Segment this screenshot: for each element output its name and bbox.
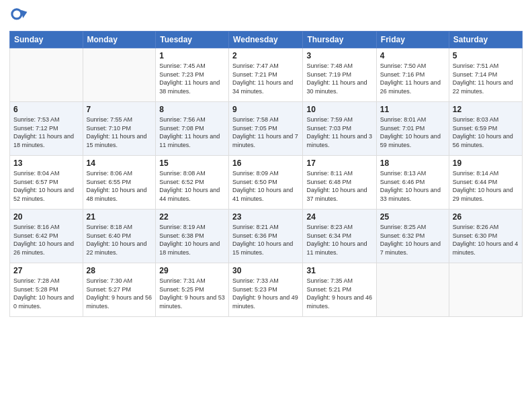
calendar-cell: 29Sunrise: 7:31 AM Sunset: 5:25 PM Dayli… <box>156 263 229 317</box>
calendar-cell: 30Sunrise: 7:33 AM Sunset: 5:23 PM Dayli… <box>229 263 303 317</box>
calendar-cell: 19Sunrise: 8:14 AM Sunset: 6:44 PM Dayli… <box>449 156 522 210</box>
day-number: 26 <box>453 212 519 222</box>
day-number: 24 <box>306 212 372 222</box>
day-number: 10 <box>306 105 372 114</box>
day-info: Sunrise: 8:14 AM Sunset: 6:44 PM Dayligh… <box>453 169 519 203</box>
calendar-table: SundayMondayTuesdayWednesdayThursdayFrid… <box>9 31 523 317</box>
day-info: Sunrise: 7:35 AM Sunset: 5:21 PM Dayligh… <box>306 277 372 310</box>
calendar-cell: 13Sunrise: 8:04 AM Sunset: 6:57 PM Dayli… <box>10 156 83 210</box>
day-number: 29 <box>159 266 225 275</box>
day-number: 1 <box>159 51 225 60</box>
day-info: Sunrise: 8:04 AM Sunset: 6:57 PM Dayligh… <box>13 169 79 203</box>
day-number: 23 <box>232 212 299 222</box>
day-number: 7 <box>87 105 152 114</box>
calendar-cell: 17Sunrise: 8:11 AM Sunset: 6:48 PM Dayli… <box>303 156 376 210</box>
calendar-header-sunday: Sunday <box>10 32 83 48</box>
day-info: Sunrise: 8:09 AM Sunset: 6:50 PM Dayligh… <box>232 169 299 203</box>
calendar-week-row: 1Sunrise: 7:45 AM Sunset: 7:23 PM Daylig… <box>10 48 523 102</box>
calendar-cell: 6Sunrise: 7:53 AM Sunset: 7:12 PM Daylig… <box>10 102 83 156</box>
calendar-header-saturday: Saturday <box>449 32 522 48</box>
main-container: SundayMondayTuesdayWednesdayThursdayFrid… <box>0 0 532 324</box>
day-info: Sunrise: 8:21 AM Sunset: 6:36 PM Dayligh… <box>232 223 299 257</box>
day-info: Sunrise: 8:23 AM Sunset: 6:34 PM Dayligh… <box>306 223 372 257</box>
calendar-cell: 9Sunrise: 7:58 AM Sunset: 7:05 PM Daylig… <box>229 102 303 156</box>
calendar-cell: 25Sunrise: 8:25 AM Sunset: 6:32 PM Dayli… <box>376 210 449 263</box>
day-number: 5 <box>453 51 519 60</box>
calendar-header-thursday: Thursday <box>303 32 376 48</box>
day-info: Sunrise: 7:28 AM Sunset: 5:28 PM Dayligh… <box>13 277 79 310</box>
day-info: Sunrise: 7:51 AM Sunset: 7:14 PM Dayligh… <box>453 62 519 95</box>
day-info: Sunrise: 8:26 AM Sunset: 6:30 PM Dayligh… <box>453 223 519 257</box>
day-number: 31 <box>306 266 372 275</box>
day-info: Sunrise: 8:19 AM Sunset: 6:38 PM Dayligh… <box>159 223 225 257</box>
calendar-header-wednesday: Wednesday <box>229 32 303 48</box>
day-info: Sunrise: 7:59 AM Sunset: 7:03 PM Dayligh… <box>306 116 372 149</box>
day-number: 8 <box>159 105 225 114</box>
day-number: 16 <box>232 158 299 168</box>
calendar-cell: 12Sunrise: 8:03 AM Sunset: 6:59 PM Dayli… <box>449 102 522 156</box>
day-number: 12 <box>453 105 519 114</box>
calendar-cell: 8Sunrise: 7:56 AM Sunset: 7:08 PM Daylig… <box>156 102 229 156</box>
calendar-header-tuesday: Tuesday <box>156 32 229 48</box>
day-number: 2 <box>232 51 299 60</box>
calendar-week-row: 27Sunrise: 7:28 AM Sunset: 5:28 PM Dayli… <box>10 263 523 317</box>
day-number: 19 <box>453 158 519 168</box>
day-number: 3 <box>306 51 372 60</box>
day-info: Sunrise: 8:06 AM Sunset: 6:55 PM Dayligh… <box>87 169 152 203</box>
day-number: 20 <box>13 212 79 222</box>
day-number: 4 <box>380 51 445 60</box>
calendar-cell: 10Sunrise: 7:59 AM Sunset: 7:03 PM Dayli… <box>303 102 376 156</box>
calendar-cell: 31Sunrise: 7:35 AM Sunset: 5:21 PM Dayli… <box>303 263 376 317</box>
day-number: 6 <box>13 105 79 114</box>
day-info: Sunrise: 8:13 AM Sunset: 6:46 PM Dayligh… <box>380 169 445 203</box>
calendar-cell <box>10 48 83 102</box>
day-info: Sunrise: 7:31 AM Sunset: 5:25 PM Dayligh… <box>159 277 225 310</box>
calendar-cell: 21Sunrise: 8:18 AM Sunset: 6:40 PM Dayli… <box>83 210 156 263</box>
calendar-week-row: 20Sunrise: 8:16 AM Sunset: 6:42 PM Dayli… <box>10 210 523 263</box>
day-number: 14 <box>87 158 152 168</box>
day-info: Sunrise: 7:53 AM Sunset: 7:12 PM Dayligh… <box>13 116 79 149</box>
day-number: 27 <box>13 266 79 275</box>
calendar-cell: 24Sunrise: 8:23 AM Sunset: 6:34 PM Dayli… <box>303 210 376 263</box>
day-number: 9 <box>232 105 299 114</box>
header <box>9 7 523 26</box>
calendar-cell: 18Sunrise: 8:13 AM Sunset: 6:46 PM Dayli… <box>376 156 449 210</box>
calendar-cell: 7Sunrise: 7:55 AM Sunset: 7:10 PM Daylig… <box>83 102 156 156</box>
calendar-cell: 14Sunrise: 8:06 AM Sunset: 6:55 PM Dayli… <box>83 156 156 210</box>
day-info: Sunrise: 7:56 AM Sunset: 7:08 PM Dayligh… <box>159 116 225 149</box>
logo-icon <box>9 7 28 26</box>
day-number: 21 <box>87 212 152 222</box>
calendar-cell <box>376 263 449 317</box>
day-number: 18 <box>380 158 445 168</box>
day-info: Sunrise: 8:18 AM Sunset: 6:40 PM Dayligh… <box>87 223 152 257</box>
calendar-cell: 28Sunrise: 7:30 AM Sunset: 5:27 PM Dayli… <box>83 263 156 317</box>
day-info: Sunrise: 8:03 AM Sunset: 6:59 PM Dayligh… <box>453 116 519 149</box>
day-info: Sunrise: 7:55 AM Sunset: 7:10 PM Dayligh… <box>87 116 152 149</box>
svg-point-1 <box>13 10 20 17</box>
calendar-cell: 11Sunrise: 8:01 AM Sunset: 7:01 PM Dayli… <box>376 102 449 156</box>
day-info: Sunrise: 7:45 AM Sunset: 7:23 PM Dayligh… <box>159 62 225 95</box>
calendar-cell: 26Sunrise: 8:26 AM Sunset: 6:30 PM Dayli… <box>449 210 522 263</box>
calendar-header-row: SundayMondayTuesdayWednesdayThursdayFrid… <box>10 32 523 48</box>
day-number: 25 <box>380 212 445 222</box>
calendar-cell: 23Sunrise: 8:21 AM Sunset: 6:36 PM Dayli… <box>229 210 303 263</box>
calendar-cell: 22Sunrise: 8:19 AM Sunset: 6:38 PM Dayli… <box>156 210 229 263</box>
logo <box>9 7 30 26</box>
day-info: Sunrise: 7:30 AM Sunset: 5:27 PM Dayligh… <box>87 277 152 310</box>
day-number: 15 <box>159 158 225 168</box>
day-info: Sunrise: 8:08 AM Sunset: 6:52 PM Dayligh… <box>159 169 225 203</box>
calendar-cell: 4Sunrise: 7:50 AM Sunset: 7:16 PM Daylig… <box>376 48 449 102</box>
calendar-header-monday: Monday <box>83 32 156 48</box>
day-info: Sunrise: 8:16 AM Sunset: 6:42 PM Dayligh… <box>13 223 79 257</box>
calendar-cell: 2Sunrise: 7:47 AM Sunset: 7:21 PM Daylig… <box>229 48 303 102</box>
day-number: 22 <box>159 212 225 222</box>
calendar-cell: 5Sunrise: 7:51 AM Sunset: 7:14 PM Daylig… <box>449 48 522 102</box>
calendar-cell: 15Sunrise: 8:08 AM Sunset: 6:52 PM Dayli… <box>156 156 229 210</box>
calendar-cell: 20Sunrise: 8:16 AM Sunset: 6:42 PM Dayli… <box>10 210 83 263</box>
day-number: 28 <box>87 266 152 275</box>
day-info: Sunrise: 7:50 AM Sunset: 7:16 PM Dayligh… <box>380 62 445 95</box>
calendar-week-row: 6Sunrise: 7:53 AM Sunset: 7:12 PM Daylig… <box>10 102 523 156</box>
calendar-cell: 3Sunrise: 7:48 AM Sunset: 7:19 PM Daylig… <box>303 48 376 102</box>
day-info: Sunrise: 7:33 AM Sunset: 5:23 PM Dayligh… <box>232 277 299 310</box>
day-number: 13 <box>13 158 79 168</box>
